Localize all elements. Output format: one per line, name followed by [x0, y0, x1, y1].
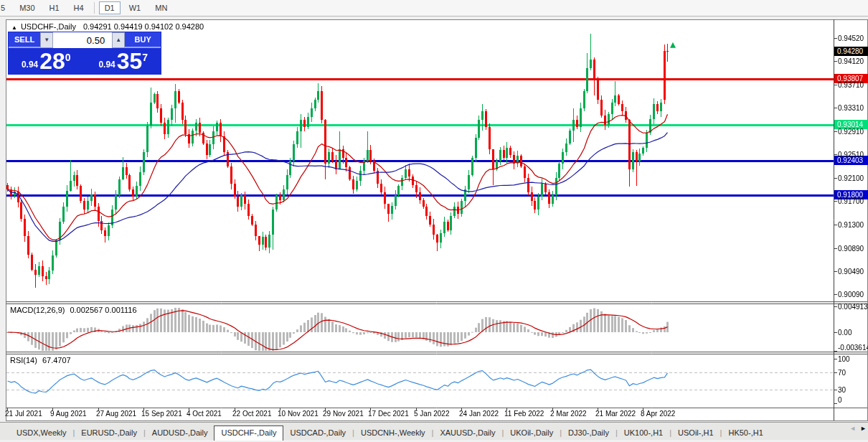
- price-axis-tick: 0.90090: [838, 291, 864, 298]
- tab-xauusddaily[interactable]: XAUUSD-,Daily: [433, 426, 501, 440]
- date-axis-label: 8 Apr 2022: [641, 410, 675, 418]
- tab-usdcnhweekly[interactable]: USDCNH-,Weekly: [354, 426, 432, 440]
- sell-button[interactable]: SELL: [9, 32, 40, 48]
- timeframe-toolbar: 5M30H1H4D1W1MN: [0, 0, 868, 17]
- date-axis-label: 21 Mar 2022: [595, 410, 636, 418]
- volume-decrease-button[interactable]: ▼: [40, 32, 53, 48]
- date-axis-label: 4 Oct 2021: [187, 410, 222, 418]
- date-axis-label: 9 Aug 2021: [50, 410, 87, 418]
- price-axis-tick: 0.92100: [838, 174, 864, 182]
- chart-symbol-label: USDCHF-,Daily: [21, 22, 76, 31]
- macd-values: 0.002567 0.001116: [70, 306, 136, 314]
- rsi-axis-tick: 70: [838, 369, 846, 377]
- sell-price[interactable]: 0.94 28 0: [9, 48, 84, 72]
- timeframe-button-m30[interactable]: M30: [14, 1, 40, 14]
- timeframe-button-h1[interactable]: H1: [44, 1, 65, 14]
- timeframe-button-h4[interactable]: H4: [68, 1, 90, 14]
- date-axis-label: 22 Oct 2021: [232, 410, 271, 418]
- date-axis-label: 15 Sep 2021: [141, 410, 182, 418]
- tab-dj30daily[interactable]: DJ30-,Daily: [562, 426, 615, 440]
- date-axis-label: 2 Mar 2022: [550, 410, 587, 418]
- price-axis-tick: 0.91300: [838, 221, 864, 229]
- chart-ohlc-values: 0.94291 0.94419 0.94102 0.94280: [83, 22, 204, 31]
- tab-hk50h1[interactable]: HK50-,H1: [722, 426, 769, 440]
- chart-title: ▲USDCHF-,Daily0.94291 0.94419 0.94102 0.…: [11, 22, 204, 31]
- buy-price-sup: 7: [142, 52, 148, 63]
- date-axis-label: 5 Jan 2022: [414, 410, 450, 418]
- price-axis-tick: 0.92510: [838, 151, 864, 159]
- price-axis-tick: 0.94120: [838, 57, 864, 65]
- price-axis-tick: 0.92910: [838, 128, 864, 136]
- volume-input[interactable]: [53, 32, 112, 48]
- buy-price-small: 0.94: [98, 60, 115, 70]
- rsi-axis-tick: 30: [838, 386, 846, 394]
- date-axis-label: 10 Nov 2021: [278, 410, 319, 418]
- price-axis-tick: 0.93710: [838, 81, 864, 89]
- timeframe-button-d1[interactable]: D1: [99, 1, 121, 14]
- tab-scroll-left-icon[interactable]: ◄: [849, 425, 856, 432]
- tab-usdxweekly[interactable]: USDX,Weekly: [10, 426, 72, 440]
- timeframe-button-mn[interactable]: MN: [149, 1, 173, 14]
- buy-button[interactable]: BUY: [125, 32, 161, 48]
- rsi-axis-tick: 100: [838, 355, 850, 363]
- tab-usdcaddaily[interactable]: USDCAD-,Daily: [283, 426, 352, 440]
- price-axis-tick: 0.90490: [838, 268, 864, 276]
- date-axis-label: 29 Nov 2021: [323, 410, 364, 418]
- timeframe-button-5[interactable]: 5: [0, 1, 11, 14]
- volume-increase-button[interactable]: ▲: [112, 32, 125, 48]
- price-axis-tick: 0.93310: [838, 104, 864, 112]
- date-axis-label: 11 Feb 2022: [504, 410, 544, 418]
- macd-label: MACD(12,26,9)0.002567 0.001116: [10, 306, 137, 314]
- buy-price[interactable]: 0.94 35 7: [86, 48, 161, 72]
- tab-bar-edge: [0, 423, 10, 440]
- tab-usdchfdaily[interactable]: USDCHF-,Daily: [214, 425, 283, 441]
- toolbar-separator: [94, 2, 95, 14]
- tab-usoilh1[interactable]: USOil-,H1: [671, 426, 720, 440]
- timeframe-button-w1[interactable]: W1: [123, 1, 147, 14]
- date-axis-label: 17 Dec 2021: [368, 410, 409, 418]
- macd-axis-tick: -0.003614: [838, 344, 868, 352]
- tab-scroll-right-icon[interactable]: ►: [860, 425, 867, 432]
- current-price-badge: 0.94280: [834, 47, 868, 56]
- rsi-label: RSI(14)67.4707: [10, 356, 71, 365]
- tab-scroll-nav: ◄►: [849, 425, 867, 432]
- tab-audusddaily[interactable]: AUDUSD-,Daily: [146, 426, 214, 440]
- tab-uk100h1[interactable]: UK100-,H1: [618, 426, 669, 440]
- tab-eurusddaily[interactable]: EURUSD-,Daily: [75, 426, 143, 440]
- rsi-value: 67.4707: [42, 356, 71, 365]
- date-axis-label: 27 Aug 2021: [96, 410, 136, 418]
- trading-platform-window: 5M30H1H4D1W1MN ▲USDCHF-,Daily0.94291 0.9…: [0, 0, 868, 442]
- sell-price-sup: 0: [65, 52, 71, 63]
- macd-axis-tick: 0.004913: [838, 303, 868, 311]
- rsi-axis-tick: 0: [838, 396, 842, 404]
- symbol-tab-bar: USDX,Weekly|EURUSD-,Daily|AUDUSD-,DailyU…: [0, 422, 868, 440]
- sell-price-small: 0.94: [22, 60, 38, 70]
- expand-triangle-icon[interactable]: ▲: [11, 24, 17, 31]
- macd-name: MACD(12,26,9): [10, 306, 65, 314]
- one-click-trade-panel: SELL ▼ ▲ BUY 0.94 28 0 0.94 35 7: [9, 32, 161, 74]
- macd-axis-tick: 0.00: [838, 329, 852, 337]
- buy-price-big: 35: [117, 50, 143, 72]
- date-axis-label: 21 Jul 2021: [5, 410, 42, 418]
- price-axis-tick: 0.90890: [838, 245, 864, 253]
- rsi-name: RSI(14): [10, 356, 37, 365]
- tab-ukoildaily[interactable]: UKOil-,Daily: [504, 426, 560, 440]
- price-axis-tick: 0.94520: [838, 34, 864, 42]
- date-axis-label: 24 Jan 2022: [459, 410, 499, 418]
- sell-price-big: 28: [39, 50, 65, 72]
- price-axis-tick: 0.91700: [838, 197, 864, 205]
